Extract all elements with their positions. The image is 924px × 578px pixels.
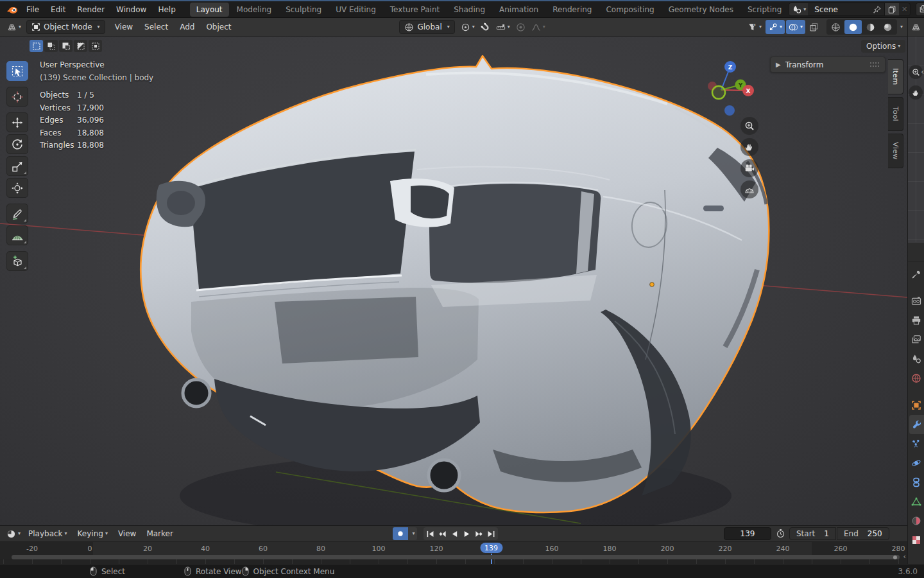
tool-button[interactable]	[6, 134, 28, 154]
workspace-tab[interactable]: Animation	[493, 3, 545, 17]
properties-tab[interactable]	[908, 330, 924, 349]
select-mode-button[interactable]	[30, 40, 43, 52]
zoom-view-button[interactable]	[740, 117, 758, 135]
properties-tab[interactable]	[908, 473, 924, 492]
timeline-editor-type-button[interactable]: ▾	[4, 527, 23, 541]
properties-editor-header[interactable]	[908, 243, 924, 262]
tool-button[interactable]	[6, 225, 28, 245]
properties-tab[interactable]	[908, 396, 924, 415]
properties-tab[interactable]	[908, 349, 924, 369]
keying-dropdown[interactable]: ▾	[408, 527, 417, 540]
tool-button[interactable]	[6, 112, 28, 132]
properties-tab[interactable]	[908, 265, 924, 284]
pin-button[interactable]	[870, 3, 884, 15]
header-toggle[interactable]	[478, 20, 493, 34]
mode-dropdown[interactable]: Object Mode ▾	[26, 20, 105, 34]
sidebar-tab-item[interactable]: Item	[888, 59, 903, 94]
workspace-tab[interactable]: Sculpting	[279, 3, 328, 17]
properties-tab[interactable]	[908, 511, 924, 530]
workspace-tab[interactable]: UV Editing	[329, 3, 382, 17]
viewport-menu-item[interactable]: Object	[200, 21, 237, 33]
properties-tab[interactable]	[908, 311, 924, 330]
workspace-tab[interactable]: Scripting	[741, 3, 788, 17]
frame-end-field[interactable]: End250	[837, 527, 889, 540]
toggle-ortho-button[interactable]	[740, 180, 758, 198]
shading-mode-button[interactable]	[879, 20, 896, 34]
properties-tab[interactable]	[908, 492, 924, 511]
header-toggle[interactable]: ▾	[529, 20, 548, 34]
pan-view-button[interactable]	[740, 138, 758, 156]
menu-item[interactable]: Render	[71, 3, 110, 16]
orientation-dropdown[interactable]: Global ▾	[399, 20, 454, 34]
viewport-menu-item[interactable]: View	[109, 21, 139, 33]
timeline-menu-item[interactable]: Keying▾	[73, 527, 113, 540]
timeline-scrollbar[interactable]	[12, 555, 900, 559]
axis-neg-y-ball[interactable]	[712, 86, 725, 99]
secondary-viewport-strip[interactable]: ‹	[907, 18, 924, 243]
select-mode-button[interactable]	[89, 40, 102, 52]
menu-item[interactable]: Edit	[45, 3, 71, 16]
select-mode-button[interactable]	[74, 40, 87, 52]
display-toggle[interactable]: ▾	[786, 20, 805, 34]
select-mode-button[interactable]	[59, 40, 73, 52]
workspace-tab[interactable]: Geometry Nodes	[662, 3, 740, 17]
workspace-tab[interactable]: Texture Paint	[384, 3, 446, 17]
timeline-menu-item[interactable]: Marker	[141, 527, 178, 540]
options-button[interactable]: Options▾	[861, 40, 905, 53]
workspace-tab[interactable]: Shading	[447, 3, 492, 17]
workspace-tab[interactable]: Compositing	[599, 3, 660, 17]
tool-button[interactable]	[6, 61, 28, 81]
navigation-gizmo[interactable]: Y X Z	[703, 59, 760, 118]
tool-button[interactable]	[6, 156, 28, 176]
scene-name[interactable]: Scene	[809, 5, 870, 14]
select-mode-button[interactable]	[44, 40, 58, 52]
timeline-ruler[interactable]: ‹ 139 -200204060801001201601802002202402…	[0, 542, 907, 564]
display-toggle[interactable]: 8▾	[745, 20, 764, 34]
properties-tab[interactable]	[908, 434, 924, 453]
header-toggle[interactable]: ▾	[458, 20, 477, 34]
playhead-frame-badge[interactable]: 139	[480, 543, 502, 553]
menu-item[interactable]: Window	[110, 3, 152, 16]
transform-panel-header[interactable]: ▶ Transform	[770, 57, 886, 73]
menu-item[interactable]: File	[21, 3, 45, 16]
sidebar-tab-view[interactable]: View	[888, 134, 903, 168]
display-toggle[interactable]	[807, 20, 821, 34]
shading-mode-button[interactable]	[827, 20, 844, 34]
workspace-tab[interactable]: Layout	[190, 3, 229, 17]
header-toggle[interactable]	[513, 20, 528, 34]
scene-browse-button[interactable]: ▾	[789, 3, 809, 15]
play-reverse-button[interactable]	[449, 528, 461, 539]
secondary-viewport-header[interactable]	[908, 18, 924, 37]
tool-button[interactable]	[6, 87, 28, 107]
axis-neg-z-ball[interactable]	[724, 105, 735, 116]
current-frame-field[interactable]: 139	[724, 527, 771, 540]
jump-to-end-button[interactable]	[485, 528, 497, 539]
expand-region-chevron[interactable]: ‹	[903, 552, 906, 561]
header-toggle[interactable]: ▾	[493, 20, 513, 34]
blender-logo[interactable]	[6, 5, 18, 14]
properties-tab[interactable]	[908, 292, 924, 311]
shading-mode-button[interactable]	[844, 20, 862, 34]
tool-button[interactable]	[6, 178, 28, 198]
new-scene-button[interactable]	[884, 3, 899, 15]
properties-tab[interactable]	[909, 415, 924, 434]
workspace-tab[interactable]: Modeling	[230, 3, 278, 17]
expand-region-chevron[interactable]: ‹	[921, 67, 924, 76]
drag-grip-icon[interactable]	[869, 62, 880, 67]
auto-keying-button[interactable]	[393, 527, 408, 540]
car-body-object[interactable]	[141, 56, 769, 512]
timeline-menu-item[interactable]: Playback▾	[23, 527, 73, 540]
properties-tab[interactable]	[908, 530, 924, 550]
viewport-menu-item[interactable]: Select	[139, 21, 174, 33]
shading-mode-button[interactable]	[862, 20, 879, 34]
properties-tab[interactable]	[908, 369, 924, 388]
next-keyframe-button[interactable]	[473, 528, 485, 539]
play-button[interactable]	[461, 528, 473, 539]
editor-type-button[interactable]: ▾	[4, 20, 24, 34]
prev-keyframe-button[interactable]	[436, 528, 449, 539]
menu-item[interactable]: Help	[152, 3, 181, 16]
properties-tab[interactable]	[908, 453, 924, 473]
frame-start-field[interactable]: Start1	[789, 527, 836, 540]
display-toggle[interactable]: ▾	[766, 20, 785, 34]
pan-view-button[interactable]	[909, 85, 923, 100]
